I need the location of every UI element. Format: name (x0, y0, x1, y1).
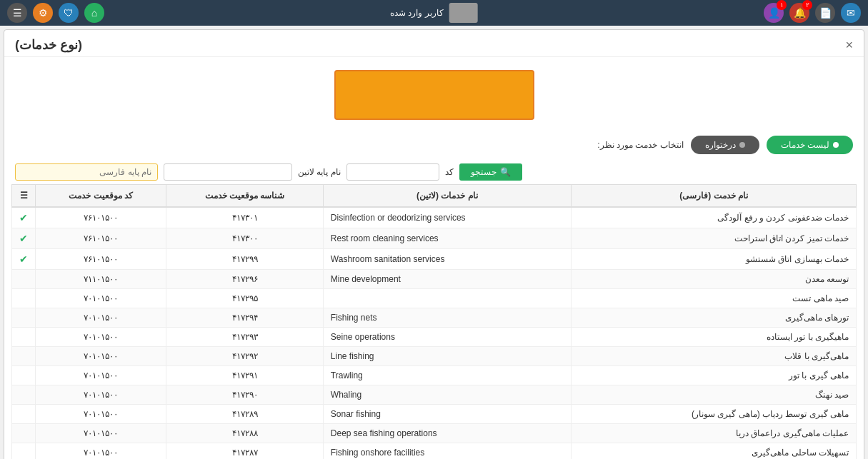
table-row[interactable]: صید نهنگ Whaling ۴۱۷۲۹۰ ۷۰۱۰۱۵۰۰ (12, 385, 857, 405)
cell-code: ۷۰۱۰۱۵۰۰ (36, 405, 166, 424)
close-button[interactable]: × (845, 39, 853, 51)
persian-name-input[interactable] (15, 163, 158, 181)
cell-persian: خدمات ضدعفونی کردن و رفع آلودگی (572, 207, 857, 228)
table-row[interactable]: تورهای ماهی‌گیری Fishing nets ۴۱۷۲۹۴ ۷۰۱… (12, 308, 857, 328)
cell-check (12, 424, 36, 443)
cell-latin: Deep sea fishing operations (323, 424, 571, 443)
cell-persian: ماهی گیری توسط ردیاب (ماهی گیری سونار) (572, 405, 857, 424)
cell-check: ✔ (12, 228, 36, 249)
settings-icon[interactable]: ⚙ (33, 3, 53, 23)
cell-latin: Sonar fishing (323, 405, 571, 424)
modal-title: (نوع خدمات) (15, 37, 82, 53)
col-service-code: کد موقعیت خدمت (36, 185, 166, 208)
cell-latin: Seine operations (323, 328, 571, 347)
check-mark-icon: ✔ (19, 253, 28, 265)
cell-check (12, 308, 36, 328)
cell-id: ۴۱۷۲۹۰ (166, 385, 324, 405)
cell-code: ۷۰۱۰۱۵۰۰ (36, 443, 166, 460)
cell-persian: ماهی گیری با تور (572, 366, 857, 385)
tree-view-button[interactable]: درختواره (691, 136, 759, 154)
check-mark-icon: ✔ (19, 212, 28, 223)
cell-check (12, 366, 36, 385)
cell-persian: عملیات ماهی‌گیری دراعماق دریا (572, 424, 857, 443)
menu-icon[interactable]: ☰ (7, 3, 27, 23)
list-services-button[interactable]: لیست خدمات (767, 136, 853, 154)
table-body: خدمات ضدعفونی کردن و رفع آلودگی Disinfec… (12, 207, 857, 459)
menu-icon[interactable]: ☰ (20, 191, 28, 201)
table-row[interactable]: خدمات ضدعفونی کردن و رفع آلودگی Disinfec… (12, 207, 857, 228)
search-button[interactable]: 🔍 جستجو (459, 163, 522, 181)
table-row[interactable]: خدمات بهسازی اتاق شستشو Washroom sanitat… (12, 249, 857, 270)
top-bar: ✉ 📄 🔔 ۲ 👤 ۱ کاربر وارد شده ⌂ 🛡 ⚙ ☰ (0, 0, 868, 26)
table-row[interactable]: ماهی‌گیری با قلاب Line fishing ۴۱۷۲۹۲ ۷۰… (12, 347, 857, 366)
top-bar-left-icons: ✉ 📄 🔔 ۲ 👤 ۱ (764, 3, 861, 23)
cell-latin: Whaling (323, 385, 571, 405)
top-bar-center: کاربر وارد شده (390, 3, 478, 23)
cell-code: ۷۶۱۰۱۵۰۰ (36, 207, 166, 228)
cell-id: ۴۱۷۲۸۹ (166, 405, 324, 424)
cell-latin (323, 289, 571, 308)
cell-persian: تسهیلات ساحلی ماهی‌گیری (572, 443, 857, 460)
dark-btn-label: درختواره (705, 140, 736, 150)
cell-persian: ماهیگیری با تور ایستاده (572, 328, 857, 347)
cell-latin: Fishing nets (323, 308, 571, 328)
table-row[interactable]: تسهیلات ساحلی ماهی‌گیری Fishing onshore … (12, 443, 857, 460)
search-bar: 🔍 جستجو کد نام پایه لاتین (4, 160, 864, 184)
list-dot (833, 142, 839, 148)
cell-latin: Mine development (323, 270, 571, 289)
cell-latin: Trawling (323, 366, 571, 385)
table-row[interactable]: خدمات تمیز کردن اتاق استراحت Rest room c… (12, 228, 857, 249)
toolbar: لیست خدمات درختواره انتخاب خدمت مورد نظر… (4, 130, 864, 160)
cell-code: ۷۰۱۰۱۵۰۰ (36, 289, 166, 308)
cell-id: ۴۱۷۲۸۷ (166, 443, 324, 460)
table-wrapper: نام خدمت (فارسی) نام خدمات (لاتین) شناسه… (4, 184, 864, 459)
file-icon[interactable]: 📄 (815, 3, 835, 23)
user-avatar (449, 3, 478, 23)
user-label: کاربر وارد شده (390, 8, 444, 18)
table-row[interactable]: عملیات ماهی‌گیری دراعماق دریا Deep sea f… (12, 424, 857, 443)
cell-latin: Line fishing (323, 347, 571, 366)
code-input[interactable] (346, 163, 439, 181)
col-persian-name: نام خدمت (فارسی) (572, 185, 857, 208)
envelope-icon[interactable]: ✉ (841, 3, 861, 23)
cell-id: ۴۱۷۲۹۹ (166, 249, 324, 270)
check-mark-icon: ✔ (19, 233, 28, 244)
cell-latin: Washroom sanitation services (323, 249, 571, 270)
table-row[interactable]: صید ماهی تست ۴۱۷۲۹۵ ۷۰۱۰۱۵۰۰ (12, 289, 857, 308)
latin-name-label: نام پایه لاتین (298, 167, 341, 177)
cell-latin: Disinfection or deodorizing services (323, 207, 571, 228)
cell-id: ۴۱۷۲۹۵ (166, 289, 324, 308)
cell-check (12, 405, 36, 424)
cell-persian: صید ماهی تست (572, 289, 857, 308)
list-btn-label: لیست خدمات (781, 140, 829, 150)
cell-id: ۴۱۷۲۹۱ (166, 366, 324, 385)
cell-check: ✔ (12, 207, 36, 228)
latin-name-input[interactable] (164, 163, 292, 181)
cell-latin: Rest room cleaning services (323, 228, 571, 249)
cell-latin: Fishing onshore facilities (323, 443, 571, 460)
cell-check (12, 270, 36, 289)
cell-id: ۴۱۷۲۸۸ (166, 424, 324, 443)
cell-check (12, 347, 36, 366)
cell-persian: تورهای ماهی‌گیری (572, 308, 857, 328)
table-row[interactable]: ماهی گیری با تور Trawling ۴۱۷۲۹۱ ۷۰۱۰۱۵۰… (12, 366, 857, 385)
search-btn-label: جستجو (471, 167, 497, 177)
top-bar-right-icons: ⌂ 🛡 ⚙ ☰ (7, 3, 104, 23)
cell-code: ۷۶۱۰۱۵۰۰ (36, 249, 166, 270)
cell-persian: ماهی‌گیری با قلاب (572, 347, 857, 366)
table-row[interactable]: ماهیگیری با تور ایستاده Seine operations… (12, 328, 857, 347)
table-row[interactable]: ماهی گیری توسط ردیاب (ماهی گیری سونار) S… (12, 405, 857, 424)
cell-id: ۴۱۷۳۰۰ (166, 228, 324, 249)
cell-id: ۴۱۷۲۹۳ (166, 328, 324, 347)
cell-code: ۷۰۱۰۱۵۰۰ (36, 347, 166, 366)
table-row[interactable]: توسعه معدن Mine development ۴۱۷۲۹۶ ۷۱۱۰۱… (12, 270, 857, 289)
cell-persian: خدمات تمیز کردن اتاق استراحت (572, 228, 857, 249)
orange-banner (334, 70, 534, 120)
cell-check: ✔ (12, 249, 36, 270)
home-icon[interactable]: ⌂ (84, 3, 104, 23)
services-table: نام خدمت (فارسی) نام خدمات (لاتین) شناسه… (11, 184, 857, 459)
cell-code: ۷۶۱۰۱۵۰۰ (36, 228, 166, 249)
code-label: کد (445, 167, 454, 177)
shield-icon[interactable]: 🛡 (59, 3, 79, 23)
notification-badge: ۲ (802, 0, 812, 10)
